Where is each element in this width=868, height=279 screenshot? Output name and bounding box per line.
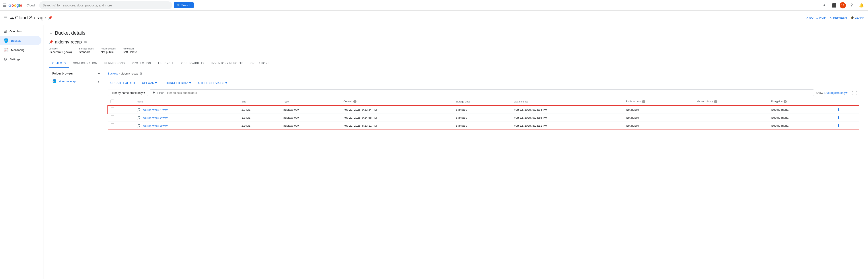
refresh-link[interactable]: ↻ REFRESH [830, 16, 847, 19]
storage-class-value: Standard [79, 50, 94, 54]
location-info: Location us-central1 (Iowa) [49, 47, 72, 54]
sidebar-item-overview[interactable]: ⊞ Overview [0, 27, 41, 36]
encryption-info-icon[interactable]: ? [784, 100, 787, 103]
tab-objects[interactable]: OBJECTS [49, 59, 69, 68]
topbar: ☰ Google Cloud 🔍 Search ✦ ⬛ 14 ? 🔔 [0, 0, 868, 11]
download-icon[interactable]: ⬇ [837, 116, 840, 119]
breadcrumb-copy-icon[interactable]: ⧉ [140, 72, 142, 76]
row-name-cell: 🎵 course-week-2.wav [134, 114, 239, 122]
download-icon[interactable]: ⬇ [837, 108, 840, 112]
objects-panel: Folder browser ⇤ 🪣 aidemy-recap ⋮ Bucket… [49, 68, 863, 272]
row-version-history-cell: — [694, 122, 768, 130]
app-nav-icon[interactable]: ☰ [4, 15, 7, 20]
row-checkbox[interactable] [111, 123, 114, 127]
search-input[interactable] [43, 4, 168, 7]
objects-toolbar: CREATE FOLDER UPLOAD ▾ TRANSFER DATA ▾ O… [108, 79, 859, 87]
settings-icon: ⚙ [4, 57, 7, 62]
row-download-cell: ⬇ [835, 106, 859, 114]
copy-icon[interactable]: ⧉ [84, 40, 87, 44]
sidebar: ⊞ Overview 🪣 Buckets 📈 Monitoring ⚙ Sett… [0, 25, 43, 279]
file-name-link[interactable]: course-week-1.wav [143, 108, 168, 112]
breadcrumb-buckets-link[interactable]: Buckets [108, 72, 118, 75]
upload-button[interactable]: UPLOAD ▾ [140, 79, 159, 87]
row-encryption-cell: Google-mana [768, 114, 834, 122]
pin-icon[interactable]: 📌 [48, 16, 53, 20]
tab-operations[interactable]: OPERATIONS [247, 59, 273, 68]
th-version-history: Version history ? [694, 98, 768, 106]
filter-input[interactable] [165, 91, 811, 94]
tab-permissions[interactable]: PERMISSIONS [101, 59, 128, 68]
row-size-cell: 2.9 MB [239, 122, 281, 130]
sidebar-item-label-overview: Overview [9, 30, 22, 33]
tab-protection[interactable]: PROTECTION [128, 59, 155, 68]
row-checkbox-cell [108, 122, 134, 130]
sidebar-item-buckets[interactable]: 🪣 Buckets [0, 36, 41, 45]
tab-inventory-reports[interactable]: INVENTORY REPORTS [208, 59, 247, 68]
upload-arrow-icon: ▾ [155, 81, 157, 85]
sidebar-item-monitoring[interactable]: 📈 Monitoring [0, 45, 41, 55]
row-storage-class-cell: Standard [453, 114, 511, 122]
file-icon: 🎵 [137, 124, 141, 128]
row-public-access-cell: Not public [623, 106, 694, 114]
avatar[interactable]: 14 [840, 2, 846, 8]
sidebar-item-label-monitoring: Monitoring [11, 48, 25, 52]
objects-table: Name Size Type Created ? Storage class L… [108, 98, 859, 130]
topbar-right: ✦ ⬛ 14 ? 🔔 [820, 1, 865, 9]
live-objects-toggle[interactable]: Live objects only ▾ [824, 91, 848, 94]
learn-link[interactable]: 🎓 LEARN [850, 16, 864, 19]
search-icon: 🔍 [177, 4, 181, 7]
select-all-checkbox[interactable] [111, 100, 114, 103]
more-options-icon[interactable]: ⋮ [96, 79, 100, 84]
hamburger-icon[interactable]: ☰ [3, 3, 7, 8]
th-encryption: Encryption ? [768, 98, 834, 106]
th-size: Size [239, 98, 281, 106]
cloud-shell-icon-btn[interactable]: ⬛ [830, 1, 838, 9]
row-checkbox[interactable] [111, 116, 114, 119]
learn-icon: 🎓 [850, 16, 854, 19]
filter-input-area: ⚑ Filter [150, 89, 814, 96]
public-access-info-icon[interactable]: ? [642, 100, 645, 103]
folder-browser-bucket-item[interactable]: 🪣 aidemy-recap ⋮ [49, 77, 104, 85]
search-button[interactable]: 🔍 Search [174, 2, 194, 8]
go-to-path-link[interactable]: ↗ GO TO PATH [806, 16, 826, 19]
file-name-link[interactable]: course-week-3.wav [143, 124, 168, 128]
notifications-icon-btn[interactable]: 🔔 [857, 1, 865, 9]
th-last-modified: Last modified [511, 98, 623, 106]
bucket-pin-icon: 📌 [49, 40, 53, 44]
version-history-info-icon[interactable]: ? [714, 100, 717, 103]
tab-lifecycle[interactable]: LIFECYCLE [155, 59, 178, 68]
sidebar-item-settings[interactable]: ⚙ Settings [0, 55, 41, 64]
layout: ⊞ Overview 🪣 Buckets 📈 Monitoring ⚙ Sett… [0, 25, 868, 279]
table-body: 🎵 course-week-1.wav 2.7 MB audio/x-wav F… [108, 106, 859, 130]
overview-icon: ⊞ [4, 29, 7, 34]
row-version-history-cell: — [694, 106, 768, 114]
objects-area: Buckets › aidemy-recap ⧉ CREATE FOLDER U… [104, 68, 863, 272]
filter-prefix-dropdown[interactable]: Filter by name prefix only ▾ [108, 90, 148, 96]
th-checkbox [108, 98, 134, 106]
other-services-arrow-icon: ▾ [225, 81, 227, 85]
created-info-icon[interactable]: ? [353, 100, 356, 103]
row-size-cell: 2.7 MB [239, 106, 281, 114]
collapse-icon[interactable]: ⇤ [98, 72, 100, 75]
row-name-cell: 🎵 course-week-1.wav [134, 106, 239, 114]
tab-configuration[interactable]: CONFIGURATION [69, 59, 101, 68]
back-button[interactable]: ← [49, 31, 53, 36]
gemini-icon-btn[interactable]: ✦ [820, 1, 828, 9]
download-icon[interactable]: ⬇ [837, 124, 840, 128]
protection-value: Soft Delete [123, 50, 137, 54]
columns-icon-btn[interactable]: ⋮⋮ [849, 89, 859, 96]
row-name-cell: 🎵 course-week-3.wav [134, 122, 239, 130]
file-name-link[interactable]: course-week-2.wav [143, 116, 168, 119]
live-objects-arrow-icon: ▾ [846, 91, 848, 94]
search-bar [39, 1, 172, 9]
transfer-data-button[interactable]: TRANSFER DATA ▾ [161, 79, 194, 87]
tab-observability[interactable]: OBSERVABILITY [178, 59, 208, 68]
folder-browser-bucket-name[interactable]: aidemy-recap [59, 80, 76, 83]
table-row: 🎵 course-week-3.wav 2.9 MB audio/x-wav F… [108, 122, 859, 130]
help-icon-btn[interactable]: ? [848, 1, 856, 9]
create-folder-button[interactable]: CREATE FOLDER [108, 79, 137, 86]
topbar-logo: ☰ Google Cloud [3, 3, 37, 8]
row-checkbox[interactable] [111, 108, 114, 111]
public-access-label: Public access [101, 47, 116, 50]
other-services-button[interactable]: OTHER SERVICES ▾ [196, 79, 230, 87]
